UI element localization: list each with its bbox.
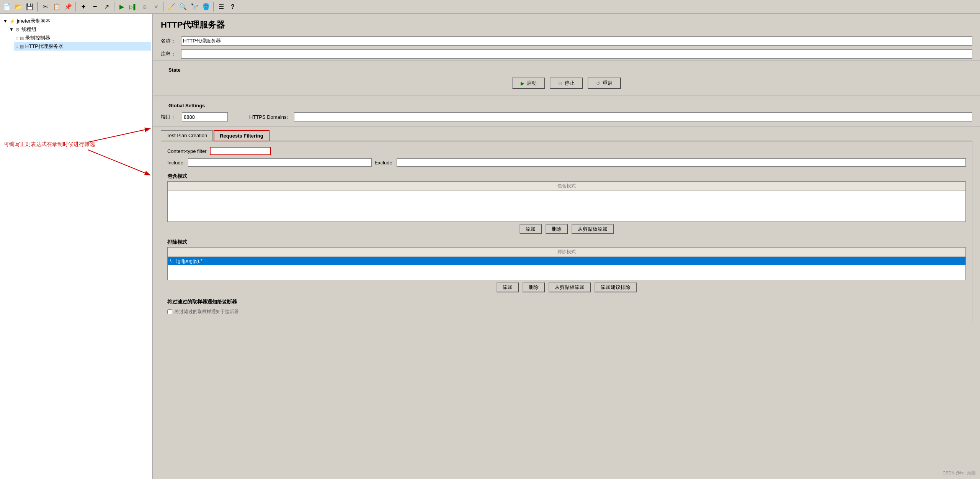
add-button[interactable]: + (78, 2, 89, 12)
include-list-box: 包含模式 (167, 181, 966, 222)
port-input[interactable] (182, 112, 228, 121)
search-button[interactable]: 🔍 (178, 2, 188, 12)
include-input[interactable] (188, 158, 372, 167)
tab-requests-filtering[interactable]: Requests Filtering (214, 130, 269, 141)
exclude-suggest-button[interactable]: 添加建议排除 (595, 282, 637, 292)
content-type-label: Content-type filter (167, 148, 207, 154)
global-label: Global Settings (161, 100, 972, 110)
tree-label-record: 录制控制器 (25, 34, 50, 41)
tree-item-root[interactable]: ▼ ⚡ jmeter录制脚本 (2, 17, 151, 25)
separator-1 (37, 2, 38, 11)
exclude-add-button[interactable]: 添加 (497, 282, 519, 292)
name-label: 名称： (161, 38, 178, 44)
proxy-icon: ○ (15, 44, 18, 49)
new-file-button[interactable]: 📄 (2, 2, 12, 12)
svg-line-3 (88, 150, 149, 175)
tab-test-plan[interactable]: Test Plan Creation (161, 130, 213, 141)
deploy-button[interactable]: ↗ (101, 2, 112, 12)
name-input[interactable] (181, 36, 972, 46)
notify-checkbox[interactable] (167, 309, 172, 314)
run-alt-button[interactable]: ▷▌ (128, 2, 139, 12)
content-type-input[interactable] (210, 147, 271, 155)
tree-item-record[interactable]: ○ ▤ 录制控制器 (14, 34, 151, 42)
main-layout: ▼ ⚡ jmeter录制脚本 ▼ ⚙ 线程组 ○ ▤ 录制控制器 ○ ▤ HTT… (0, 14, 980, 479)
exclude-pattern-section: 排除模式 排除模式 \.（gif|png|js).* 添加 删除 从剪贴板添加 … (167, 237, 966, 292)
expand-icon-root: ▼ (3, 18, 8, 24)
tree-item-http-proxy[interactable]: ○ ▤ HTTP代理服务器 (14, 42, 151, 51)
stop-icon: ⊙ (558, 80, 562, 86)
stop-ctrl-button[interactable]: ⊙ 停止 (550, 77, 583, 89)
tabs-bar: Test Plan Creation Requests Filtering (161, 130, 972, 141)
record-sub-icon: ▤ (20, 36, 24, 41)
comment-label: 注释： (161, 51, 178, 57)
record-icon: ○ (15, 35, 18, 41)
include-pattern-buttons: 添加 删除 从剪贴板添加 (167, 224, 966, 234)
include-pattern-title: 包含模式 (167, 171, 966, 181)
separator-3 (114, 2, 114, 11)
include-paste-button[interactable]: 从剪贴板添加 (572, 224, 614, 234)
exclude-label: Exclude: (375, 160, 394, 166)
exclude-paste-button[interactable]: 从剪贴板添加 (549, 282, 591, 292)
https-label: HTTPS Domains: (249, 114, 288, 120)
bucket-button[interactable]: 🪣 (201, 2, 211, 12)
help-button[interactable]: ? (227, 2, 238, 12)
restart-button[interactable]: ↺ 重启 (588, 77, 621, 89)
svg-text:可编写正则表达式在录制时候进行筛选: 可编写正则表达式在录制时候进行筛选 (4, 141, 95, 147)
separator-2 (75, 2, 76, 11)
state-label: State (161, 64, 972, 74)
paste-button[interactable]: 📌 (63, 2, 74, 12)
state-section: State ▶ 启动 ⊙ 停止 ↺ 重启 (153, 61, 980, 95)
notify-label: 将过滤过的取样器通知给监断器 (167, 297, 966, 307)
notify-section: 将过滤过的取样器通知给监断器 将过滤过的取样样通知于监听器 (165, 295, 968, 318)
global-row: 端口： HTTPS Domains: (161, 110, 972, 124)
notify-checkbox-row: 将过滤过的取样样通知于监听器 (167, 307, 966, 317)
comment-input[interactable] (181, 49, 972, 59)
separator-5 (213, 2, 214, 11)
exclude-list-header: 排除模式 (168, 248, 965, 257)
proxy-sub-icon: ▤ (20, 44, 24, 49)
tree-label-root: jmeter录制脚本 (17, 18, 51, 25)
left-panel: ▼ ⚡ jmeter录制脚本 ▼ ⚙ 线程组 ○ ▤ 录制控制器 ○ ▤ HTT… (0, 14, 153, 479)
include-list-header: 包含模式 (168, 182, 965, 191)
open-button[interactable]: 📂 (13, 2, 24, 12)
broom-button[interactable]: 🧹 (166, 2, 177, 12)
start-button[interactable]: ▶ 启动 (512, 77, 545, 89)
watermark: CSDN @hn_天能 (942, 470, 975, 476)
panel-title: HTTP代理服务器 (153, 14, 980, 34)
exclude-pattern-buttons: 添加 删除 从剪贴板添加 添加建议排除 (167, 282, 966, 292)
cut-button[interactable]: ✂ (40, 2, 51, 12)
right-panel: HTTP代理服务器 名称： 注释： State ▶ 启动 (153, 14, 980, 479)
exclude-input[interactable] (397, 158, 966, 167)
run-button[interactable]: ▶ (116, 2, 127, 12)
global-section: Global Settings 端口： HTTPS Domains: (153, 97, 980, 126)
content-type-row: Content-type filter (165, 145, 968, 157)
start-icon: ▶ (521, 80, 524, 86)
https-input[interactable] (294, 112, 972, 121)
exclude-list-item[interactable]: \.（gif|png|js).* (168, 257, 965, 265)
save-button[interactable]: 💾 (24, 2, 35, 12)
name-row: 名称： (153, 34, 980, 48)
include-add-button[interactable]: 添加 (519, 224, 542, 234)
content-area: HTTP代理服务器 名称： 注释： State ▶ 启动 (153, 14, 980, 322)
copy-button[interactable]: 📋 (51, 2, 62, 12)
include-delete-button[interactable]: 删除 (546, 224, 568, 234)
svg-line-2 (88, 129, 149, 142)
binoculars-button[interactable]: 🔭 (189, 2, 200, 12)
remove-button[interactable]: − (90, 2, 100, 12)
include-label: Include: (167, 160, 185, 166)
exclude-delete-button[interactable]: 删除 (523, 282, 545, 292)
inc-exc-row: Include: Exclude: (165, 157, 968, 168)
port-label: 端口： (161, 113, 176, 120)
tabs-container: Test Plan Creation Requests Filtering Co… (153, 126, 980, 322)
exclude-list-box: 排除模式 \.（gif|png|js).* (167, 247, 966, 280)
exclude-list-content: \.（gif|png|js).* (168, 257, 965, 280)
pause-button[interactable]: ⊙ (139, 2, 150, 12)
restart-icon: ↺ (596, 80, 600, 86)
toolbar: 📄 📂 💾 ✂ 📋 📌 + − ↗ ▶ ▷▌ ⊙ ✕ 🧹 🔍 🔭 🪣 ☰ ? (0, 0, 980, 14)
list-button[interactable]: ☰ (216, 2, 227, 12)
tree-item-thread-group[interactable]: ▼ ⚙ 线程组 (8, 25, 151, 34)
include-pattern-section: 包含模式 包含模式 添加 删除 从剪贴板添加 (167, 171, 966, 234)
root-icon: ⚡ (9, 18, 15, 24)
stop-button[interactable]: ✕ (151, 2, 162, 12)
state-buttons: ▶ 启动 ⊙ 停止 ↺ 重启 (161, 74, 972, 92)
